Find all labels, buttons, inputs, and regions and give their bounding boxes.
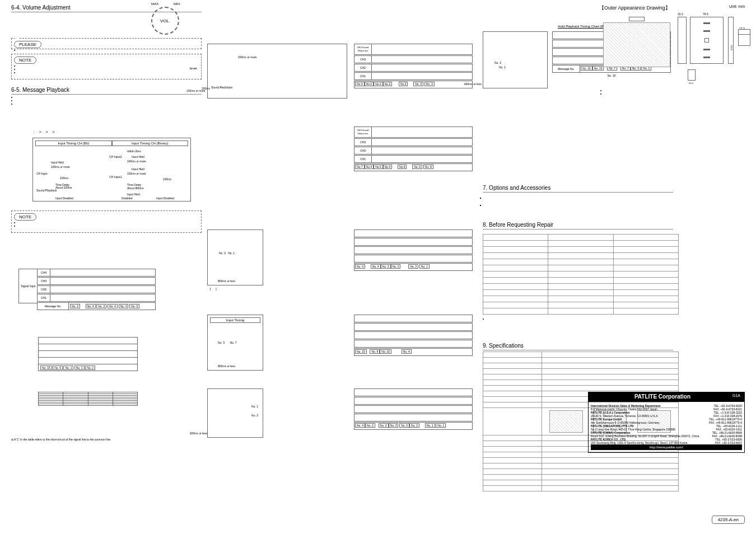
input-timing-bit: Input Timing CH (Bit) <box>35 140 112 146</box>
input-timing-binary: Input Timing CH (Binary) <box>112 140 189 146</box>
breadcrumb: : > > > <box>34 130 55 134</box>
input-disabled-2: Input Disabled <box>156 196 174 200</box>
dim-79: 79.5 <box>703 12 708 16</box>
section-6-5-title: 6-5. Message Playback <box>11 87 202 95</box>
ch3-label: CH3 <box>37 277 50 285</box>
section-9-title: 9. Specifications <box>483 343 673 350</box>
please-bullet <box>20 48 199 51</box>
level-text: level. <box>190 67 198 70</box>
repair-table <box>483 234 679 315</box>
disabled-1: Disabled <box>122 196 132 200</box>
footer-url: http://www.patlite.com/ <box>591 444 742 450</box>
input-timing-label: Input Timing <box>210 317 260 323</box>
dim-15: 15.2 <box>678 12 683 16</box>
t100: 100ms <box>60 176 68 180</box>
t100-more: 100ms or more <box>51 165 70 168</box>
input-held-2: Input Held <box>132 155 144 158</box>
input-held-3: Input Held <box>132 167 144 171</box>
section-8-title: 8. Before Requesting Repair <box>483 222 673 229</box>
input-disabled-b: Input Disabled <box>55 196 73 200</box>
unit-label: Unit: mm <box>729 4 745 8</box>
t100-3: 100ms <box>163 177 171 181</box>
ch1-label: CH1 <box>37 294 50 302</box>
please-pill: PLEASE <box>14 41 41 48</box>
signal-input-label: Signal Input <box>18 269 38 303</box>
outer-drawing-title: 【Outer Appearance Drawing】 <box>599 4 670 12</box>
ch4-label: CH4 <box>37 269 50 277</box>
ch-input1: CH Input1 <box>109 175 122 179</box>
t100-more-3: 100ms or more <box>127 172 146 175</box>
volume-knob-diagram: VOL. <box>151 7 179 35</box>
doc-code: 4235-A-en <box>712 516 745 524</box>
ch-input-label: CH Input <box>36 172 48 175</box>
sound-playback-label: Sound Playback <box>36 189 57 192</box>
ch4sr-label: CH4 Sound Reduction <box>354 44 372 55</box>
min-label: MIN. <box>174 2 181 6</box>
t100-more-2: 100ms or more <box>127 160 146 163</box>
msg-no-label-2: Message No. <box>552 65 580 73</box>
footer-corp-name: PATLITE Corporation G1A <box>588 392 745 401</box>
section-7-title: 7. Options and Accessories <box>483 185 673 193</box>
ch-input2: CH Input2 <box>109 155 122 158</box>
input-held-4: Input Held <box>127 193 140 196</box>
max-label: MAX. <box>151 2 160 6</box>
note-pill: NOTE <box>14 57 36 64</box>
footnote: ※ A"1" in the table refers to the short-… <box>11 438 111 441</box>
input-held-label: Input Held <box>51 161 64 164</box>
msg-no-label: Message No. <box>37 302 69 310</box>
ch2-label: CH2 <box>37 285 50 293</box>
within-zero: within Zero <box>127 149 141 153</box>
note-pill-2: NOTE <box>14 213 36 221</box>
vol-label: VOL. <box>160 18 170 24</box>
about-800: About 800ms <box>127 186 143 190</box>
